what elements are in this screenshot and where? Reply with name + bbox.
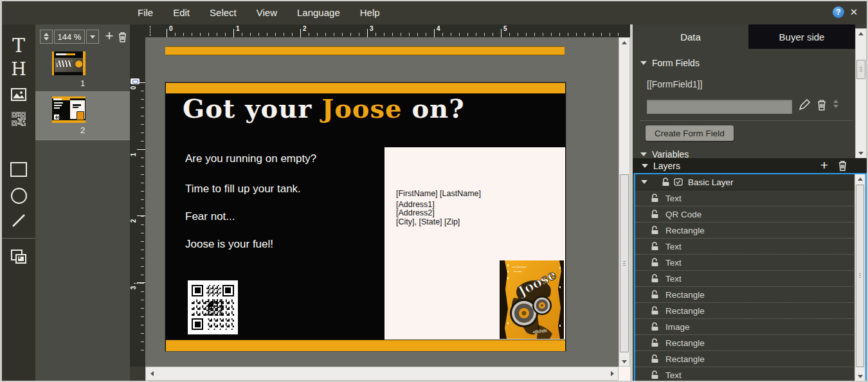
page-thumb-1[interactable]: 1 <box>35 46 130 92</box>
menu-file[interactable]: File <box>138 7 153 18</box>
svg-text:••• C••••••••: ••• C•••••••• <box>512 266 527 269</box>
card-title-text[interactable]: Got your Joose on? <box>183 93 465 123</box>
layer-row[interactable]: Rectangle <box>635 303 865 319</box>
zoom-stepper[interactable] <box>40 30 53 44</box>
collapse-icon <box>642 164 648 168</box>
pages-panel: 144 % + 1 <box>35 24 130 381</box>
add-layer-icon[interactable]: + <box>820 158 828 172</box>
menu-help[interactable]: Help <box>360 7 380 18</box>
qr-code[interactable] <box>188 280 238 334</box>
unlock-icon <box>651 242 659 251</box>
menu-language[interactable]: Language <box>297 7 340 18</box>
unlock-icon <box>651 306 659 315</box>
data-panel-vscrollbar[interactable] <box>855 28 867 158</box>
unlock-icon <box>651 274 659 283</box>
line-tool-icon[interactable] <box>2 210 35 232</box>
menu-view[interactable]: View <box>257 7 277 18</box>
tab-buyer-side[interactable]: Buyer side <box>748 24 855 49</box>
unlock-icon <box>662 177 670 186</box>
tab-data[interactable]: Data <box>633 24 748 49</box>
collapse-icon <box>640 61 647 65</box>
collapse-icon <box>640 152 647 156</box>
card-top-bar-rectangle[interactable] <box>166 83 565 94</box>
page-1-label: 1 <box>35 78 130 88</box>
image-tool-icon[interactable] <box>2 84 35 105</box>
section-divider <box>640 120 853 121</box>
horizontal-ruler: 0 1 2 3 4 5 <box>145 24 630 37</box>
layer-row[interactable]: Rectangle <box>635 223 865 239</box>
unlock-icon <box>651 290 659 299</box>
background-image-tool-icon[interactable] <box>2 246 35 268</box>
card-message-1[interactable]: Are you running on empty? <box>185 152 316 165</box>
window-border-left <box>0 0 2 382</box>
layer-row[interactable]: QR Code <box>635 206 865 223</box>
tool-sidebar: T H <box>2 24 36 381</box>
svg-text:••• ••••: ••• •••• <box>514 270 522 273</box>
layer-row[interactable]: Image <box>635 319 865 335</box>
zoom-level-value: 144 % <box>54 30 85 44</box>
unlock-icon <box>651 322 659 331</box>
form-field-input[interactable] <box>647 100 792 114</box>
layers-list: Basic Layer Text QR Code Rectangle Text … <box>634 173 867 382</box>
layer-row[interactable]: Text <box>635 255 865 271</box>
unlock-icon <box>651 226 659 235</box>
close-icon[interactable]: ✕ <box>847 6 860 19</box>
edit-field-icon[interactable] <box>799 99 810 111</box>
card-message-3[interactable]: Fear not... <box>185 210 235 223</box>
page-2-thumbnail <box>52 96 86 123</box>
delete-page-icon[interactable] <box>118 32 127 42</box>
layer-row[interactable]: Rectangle <box>635 351 865 367</box>
layer-row[interactable]: Text <box>635 367 865 382</box>
page-1-bottom-edge[interactable] <box>165 46 565 55</box>
reorder-field-spinner[interactable] <box>833 100 838 108</box>
layer-row[interactable]: Text <box>635 271 865 287</box>
app-window: File Edit Select View Language Help ? ✕ … <box>0 0 868 382</box>
layer-row[interactable]: Text <box>635 239 865 255</box>
rectangle-tool-icon[interactable] <box>2 158 35 180</box>
help-icon[interactable]: ? <box>833 6 844 18</box>
layer-row[interactable]: Text <box>635 190 865 206</box>
unlock-icon <box>651 338 659 347</box>
ellipse-tool-icon[interactable] <box>2 185 35 206</box>
unlock-icon <box>651 370 659 379</box>
card-message-4[interactable]: Joose is your fuel! <box>185 238 273 251</box>
card-message-2[interactable]: Time to fill up your tank. <box>185 183 301 196</box>
page-1-thumbnail <box>52 51 86 75</box>
form-fields-section-header[interactable]: Form Fields <box>640 58 700 68</box>
layers-section-header[interactable]: Layers + <box>633 158 868 173</box>
qr-tool-icon[interactable] <box>2 108 35 130</box>
card-bottom-bar-rectangle[interactable] <box>166 340 565 351</box>
menu-edit[interactable]: Edit <box>173 7 190 18</box>
canvas-hscrollbar[interactable] <box>145 367 619 381</box>
delete-layer-icon[interactable] <box>838 160 847 171</box>
window-border-top <box>0 0 868 1</box>
zoom-dropdown[interactable] <box>86 30 99 44</box>
menu-select[interactable]: Select <box>210 7 237 18</box>
unlock-icon <box>651 354 659 363</box>
layer-row-basic-layer[interactable]: Basic Layer <box>635 174 865 190</box>
add-page-icon[interactable]: + <box>102 30 116 44</box>
layer-row[interactable]: Rectangle <box>635 287 865 303</box>
unlock-icon <box>651 210 659 219</box>
create-form-field-button[interactable]: Create Form Field <box>646 125 734 141</box>
canvas-vscrollbar[interactable] <box>619 37 630 367</box>
vertical-ruler: 0 1 2 3 <box>130 24 145 367</box>
address-merge-block[interactable]: [FirstName] [LastName] [Address1] [Addre… <box>396 190 481 226</box>
product-image[interactable]: ••• C••••••••••• •••• Joose •tRihds <box>500 260 564 339</box>
layer-visibility-checkbox[interactable] <box>674 178 683 186</box>
heading-tool-icon[interactable]: H <box>2 58 35 80</box>
text-tool-icon[interactable]: T <box>2 34 35 56</box>
page-thumb-2[interactable]: 2 <box>35 92 130 140</box>
delete-field-icon[interactable] <box>817 99 827 111</box>
unlock-icon <box>651 194 659 203</box>
toolbar-divider <box>2 238 35 239</box>
unlock-icon <box>651 258 659 267</box>
ruler-origin-handle[interactable] <box>131 78 140 84</box>
layer-row[interactable]: Rectangle <box>635 335 865 351</box>
canvas-area[interactable]: Got your Joose on? Are you running on em… <box>145 37 619 367</box>
layers-vscrollbar[interactable] <box>854 174 865 381</box>
postcard-page[interactable]: Got your Joose on? Are you running on em… <box>165 82 566 351</box>
scrollbar-corner <box>619 367 630 381</box>
right-panel: Data Buyer side Form Fields [[FormField1… <box>633 24 868 382</box>
collapse-icon[interactable] <box>641 180 647 184</box>
